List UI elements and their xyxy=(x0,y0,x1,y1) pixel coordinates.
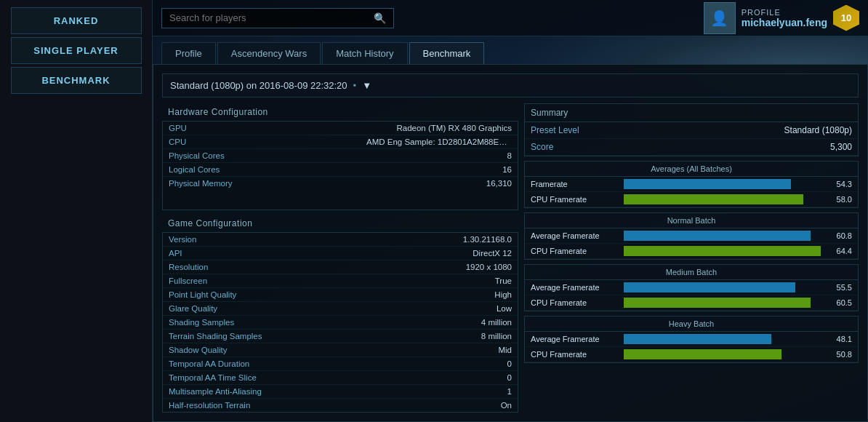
tab-ascendency[interactable]: Ascendency Wars xyxy=(217,42,321,64)
medium-framerate-row: Average Framerate 55.5 xyxy=(525,280,858,295)
preset-bar: Standard (1080p) on 2016-08-09 22:32:20 … xyxy=(162,73,859,97)
two-column-layout: Hardware Configuration GPU Radeon (TM) R… xyxy=(162,103,859,413)
medium-batch-header: Medium Batch xyxy=(525,265,858,280)
avg-framerate-label: Framerate xyxy=(531,180,618,188)
heavy-cpu-bar xyxy=(624,349,781,359)
heavy-cpu-value: 50.8 xyxy=(827,350,852,359)
tab-benchmark[interactable]: Benchmark xyxy=(409,42,485,64)
summary-preset-value: Standard (1080p) xyxy=(784,125,852,135)
normal-cpu-label: CPU Framerate xyxy=(531,247,618,255)
table-row: Shadow Quality Mid xyxy=(163,343,518,357)
search-input[interactable] xyxy=(169,12,374,23)
avg-cpu-row: CPU Framerate 58.0 xyxy=(525,192,858,207)
game-glare-value: Low xyxy=(497,304,512,313)
summary-score-label: Score xyxy=(531,142,553,152)
hw-physmem-value: 16,310 xyxy=(486,179,512,188)
heavy-framerate-bar-container xyxy=(624,334,821,344)
hw-logcores-label: Logical Cores xyxy=(169,165,220,174)
game-taa-dur-label: Temporal AA Duration xyxy=(169,359,249,368)
sidebar-item-single-player[interactable]: SINGLE PLAYER xyxy=(11,37,142,64)
heavy-cpu-row: CPU Framerate 50.8 xyxy=(525,347,858,362)
search-box[interactable]: 🔍 xyxy=(161,8,394,28)
summary-section: Summary Preset Level Standard (1080p) Sc… xyxy=(524,103,859,156)
game-api-value: DirectX 12 xyxy=(473,249,512,258)
normal-batch-section: Normal Batch Average Framerate 60.8 CPU … xyxy=(524,212,859,260)
table-row: GPU Radeon (TM) RX 480 Graphics xyxy=(163,122,518,135)
game-terrain-shading-value: 8 million xyxy=(481,332,512,341)
averages-header: Averages (All Batches) xyxy=(525,162,858,177)
heavy-framerate-row: Average Framerate 48.1 xyxy=(525,332,858,347)
table-row: Shading Samples 4 million xyxy=(163,316,518,330)
game-msaa-label: Multisample Anti-Aliasing xyxy=(169,387,262,396)
game-taa-time-label: Temporal AA Time Slice xyxy=(169,373,257,382)
medium-framerate-label: Average Framerate xyxy=(531,283,618,292)
medium-framerate-bar xyxy=(624,282,795,292)
hw-physmem-label: Physical Memory xyxy=(169,179,233,188)
table-row: Resolution 1920 x 1080 xyxy=(163,260,518,274)
tab-bar: Profile Ascendency Wars Match History Be… xyxy=(153,36,868,64)
table-row: Glare Quality Low xyxy=(163,302,518,316)
game-section-body: Version 1.30.21168.0 API DirectX 12 Reso… xyxy=(162,233,518,413)
heavy-batch-header: Heavy Batch xyxy=(525,316,858,332)
sidebar-item-benchmark[interactable]: BENCHMARK xyxy=(11,67,142,94)
tab-match-history[interactable]: Match History xyxy=(322,42,407,64)
preset-bullet: • xyxy=(353,80,357,91)
normal-framerate-bar xyxy=(624,231,811,241)
heavy-framerate-label: Average Framerate xyxy=(531,335,618,343)
medium-framerate-bar-container xyxy=(624,282,821,292)
medium-cpu-bar xyxy=(624,298,811,308)
right-column: Summary Preset Level Standard (1080p) Sc… xyxy=(524,103,859,413)
hardware-section-body: GPU Radeon (TM) RX 480 Graphics CPU AMD … xyxy=(162,122,518,210)
hw-physcores-value: 8 xyxy=(507,151,512,160)
hw-gpu-value: Radeon (TM) RX 480 Graphics xyxy=(396,124,512,132)
averages-section: Averages (All Batches) Framerate 54.3 CP… xyxy=(524,161,859,208)
avatar: 👤 xyxy=(704,2,736,34)
heavy-framerate-bar xyxy=(624,334,771,344)
hw-physcores-label: Physical Cores xyxy=(169,151,225,160)
left-column: Hardware Configuration GPU Radeon (TM) R… xyxy=(162,103,518,413)
table-row: API DirectX 12 xyxy=(163,247,518,260)
avg-cpu-bar xyxy=(624,194,803,204)
game-glare-label: Glare Quality xyxy=(169,304,217,313)
summary-header: Summary xyxy=(525,104,858,122)
avg-framerate-bar-container xyxy=(624,179,821,189)
preset-dropdown[interactable]: ▼ xyxy=(362,80,371,91)
game-shadow-label: Shadow Quality xyxy=(169,346,228,354)
avg-cpu-bar-container xyxy=(624,194,821,204)
medium-cpu-label: CPU Framerate xyxy=(531,298,618,307)
table-row: Physical Memory 16,310 xyxy=(163,177,518,190)
heavy-batch-section: Heavy Batch Average Framerate 48.1 CPU F… xyxy=(524,316,859,363)
sidebar-item-ranked[interactable]: RANKED xyxy=(11,7,142,34)
main-content: 🔍 👤 PROFILE michaelyuan.feng 10 Profile … xyxy=(153,0,868,422)
hw-cpu-value: AMD Eng Sample: 1D2801A2M88E4..32/28..N xyxy=(366,138,512,146)
table-row: Half-resolution Terrain On xyxy=(163,399,518,412)
summary-score-value: 5,300 xyxy=(830,142,852,152)
tab-profile[interactable]: Profile xyxy=(161,42,216,64)
game-fullscreen-label: Fullscreen xyxy=(169,276,207,285)
medium-cpu-bar-container xyxy=(624,298,821,308)
search-icon: 🔍 xyxy=(374,12,386,24)
game-plq-label: Point Light Quality xyxy=(169,290,236,299)
summary-score-row: Score 5,300 xyxy=(525,139,858,156)
game-half-res-value: On xyxy=(501,401,512,410)
game-shading-label: Shading Samples xyxy=(169,318,234,327)
profile-username: michaelyuan.feng xyxy=(742,17,827,28)
sidebar: RANKED SINGLE PLAYER BENCHMARK xyxy=(0,0,153,422)
hw-logcores-value: 16 xyxy=(502,165,512,174)
game-terrain-shading-label: Terrain Shading Samples xyxy=(169,332,262,341)
normal-framerate-label: Average Framerate xyxy=(531,231,618,240)
game-taa-time-value: 0 xyxy=(507,373,512,382)
normal-cpu-value: 64.4 xyxy=(827,247,852,255)
heavy-framerate-value: 48.1 xyxy=(827,335,852,343)
medium-cpu-value: 60.5 xyxy=(827,298,852,307)
table-row: CPU AMD Eng Sample: 1D2801A2M88E4..32/28… xyxy=(163,135,518,149)
game-taa-dur-value: 0 xyxy=(507,359,512,368)
avg-framerate-value: 54.3 xyxy=(827,180,852,188)
avg-cpu-label: CPU Framerate xyxy=(531,195,618,204)
game-section-header: Game Configuration xyxy=(162,215,518,233)
preset-text: Standard (1080p) on 2016-08-09 22:32:20 xyxy=(170,80,347,91)
game-version-label: Version xyxy=(169,235,196,244)
heavy-cpu-label: CPU Framerate xyxy=(531,350,618,359)
avg-framerate-row: Framerate 54.3 xyxy=(525,177,858,192)
table-row: Terrain Shading Samples 8 million xyxy=(163,330,518,343)
